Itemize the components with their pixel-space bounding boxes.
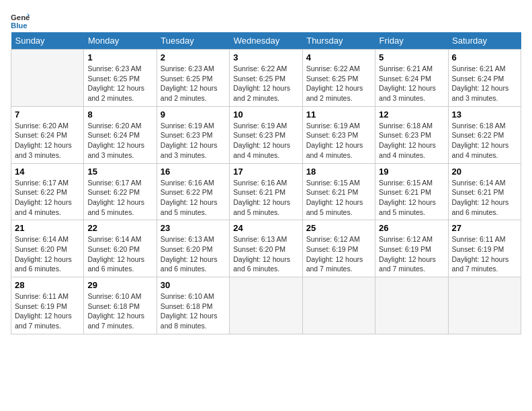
day-number: 10 <box>233 109 298 120</box>
day-info: Sunrise: 6:16 AM Sunset: 6:21 PM Dayligh… <box>233 178 298 218</box>
calendar-week-3: 14Sunrise: 6:17 AM Sunset: 6:22 PM Dayli… <box>11 163 521 220</box>
day-number: 14 <box>15 167 80 177</box>
day-header-wednesday: Wednesday <box>230 32 302 50</box>
day-info: Sunrise: 6:11 AM Sunset: 6:19 PM Dayligh… <box>452 234 517 274</box>
calendar-cell: 4Sunrise: 6:22 AM Sunset: 6:25 PM Daylig… <box>302 50 375 107</box>
day-info: Sunrise: 6:21 AM Sunset: 6:24 PM Dayligh… <box>379 64 444 103</box>
day-header-thursday: Thursday <box>302 32 375 50</box>
day-number: 29 <box>87 280 152 290</box>
day-info: Sunrise: 6:19 AM Sunset: 6:23 PM Dayligh… <box>306 121 371 161</box>
day-number: 18 <box>306 167 371 177</box>
day-info: Sunrise: 6:18 AM Sunset: 6:22 PM Dayligh… <box>452 121 517 161</box>
calendar-cell: 8Sunrise: 6:20 AM Sunset: 6:24 PM Daylig… <box>84 106 157 163</box>
day-number: 23 <box>161 223 226 233</box>
day-number: 3 <box>233 52 298 62</box>
day-number: 21 <box>15 223 80 233</box>
day-info: Sunrise: 6:18 AM Sunset: 6:23 PM Dayligh… <box>379 121 444 161</box>
day-info: Sunrise: 6:13 AM Sunset: 6:20 PM Dayligh… <box>233 234 298 274</box>
calendar-cell: 12Sunrise: 6:18 AM Sunset: 6:23 PM Dayli… <box>375 106 448 163</box>
calendar-week-1: 1Sunrise: 6:23 AM Sunset: 6:25 PM Daylig… <box>11 50 521 107</box>
calendar-cell <box>448 277 521 334</box>
day-header-saturday: Saturday <box>448 32 521 50</box>
day-number: 8 <box>87 109 152 120</box>
calendar-week-2: 7Sunrise: 6:20 AM Sunset: 6:24 PM Daylig… <box>11 106 521 163</box>
day-number: 9 <box>161 109 226 120</box>
day-info: Sunrise: 6:22 AM Sunset: 6:25 PM Dayligh… <box>306 64 371 103</box>
page-header: General Blue <box>11 11 521 30</box>
day-header-tuesday: Tuesday <box>157 32 229 50</box>
calendar-cell: 16Sunrise: 6:16 AM Sunset: 6:22 PM Dayli… <box>157 163 229 220</box>
calendar-cell: 5Sunrise: 6:21 AM Sunset: 6:24 PM Daylig… <box>375 50 448 107</box>
day-number: 28 <box>15 280 80 290</box>
svg-text:Blue: Blue <box>11 21 28 30</box>
day-info: Sunrise: 6:23 AM Sunset: 6:25 PM Dayligh… <box>161 64 226 103</box>
day-number: 17 <box>233 167 298 177</box>
day-number: 1 <box>87 52 152 62</box>
day-header-friday: Friday <box>375 32 448 50</box>
day-info: Sunrise: 6:16 AM Sunset: 6:22 PM Dayligh… <box>161 178 226 218</box>
day-info: Sunrise: 6:22 AM Sunset: 6:25 PM Dayligh… <box>233 64 298 103</box>
day-number: 13 <box>452 109 517 120</box>
calendar-cell <box>230 277 302 334</box>
day-header-monday: Monday <box>84 32 157 50</box>
calendar-cell: 23Sunrise: 6:13 AM Sunset: 6:20 PM Dayli… <box>157 220 229 277</box>
day-header-sunday: Sunday <box>11 32 84 50</box>
calendar-cell: 19Sunrise: 6:15 AM Sunset: 6:21 PM Dayli… <box>375 163 448 220</box>
day-info: Sunrise: 6:20 AM Sunset: 6:24 PM Dayligh… <box>87 121 152 161</box>
calendar-cell: 13Sunrise: 6:18 AM Sunset: 6:22 PM Dayli… <box>448 106 521 163</box>
day-info: Sunrise: 6:14 AM Sunset: 6:20 PM Dayligh… <box>87 234 152 274</box>
calendar-cell: 1Sunrise: 6:23 AM Sunset: 6:25 PM Daylig… <box>84 50 157 107</box>
calendar-cell: 14Sunrise: 6:17 AM Sunset: 6:22 PM Dayli… <box>11 163 84 220</box>
calendar-cell: 30Sunrise: 6:10 AM Sunset: 6:18 PM Dayli… <box>157 277 229 334</box>
calendar-cell: 26Sunrise: 6:12 AM Sunset: 6:19 PM Dayli… <box>375 220 448 277</box>
day-number: 7 <box>15 109 80 120</box>
calendar-cell: 7Sunrise: 6:20 AM Sunset: 6:24 PM Daylig… <box>11 106 84 163</box>
day-info: Sunrise: 6:21 AM Sunset: 6:24 PM Dayligh… <box>452 64 517 103</box>
calendar-cell: 3Sunrise: 6:22 AM Sunset: 6:25 PM Daylig… <box>230 50 302 107</box>
day-number: 5 <box>379 52 444 62</box>
svg-text:General: General <box>11 13 30 21</box>
calendar-table: SundayMondayTuesdayWednesdayThursdayFrid… <box>11 32 521 334</box>
day-number: 25 <box>306 223 371 233</box>
day-info: Sunrise: 6:23 AM Sunset: 6:25 PM Dayligh… <box>87 64 152 103</box>
day-info: Sunrise: 6:15 AM Sunset: 6:21 PM Dayligh… <box>379 178 444 218</box>
day-info: Sunrise: 6:19 AM Sunset: 6:23 PM Dayligh… <box>233 121 298 161</box>
day-info: Sunrise: 6:12 AM Sunset: 6:19 PM Dayligh… <box>306 234 371 274</box>
calendar-week-5: 28Sunrise: 6:11 AM Sunset: 6:19 PM Dayli… <box>11 277 521 334</box>
day-number: 24 <box>233 223 298 233</box>
day-info: Sunrise: 6:17 AM Sunset: 6:22 PM Dayligh… <box>15 178 80 218</box>
calendar-cell: 22Sunrise: 6:14 AM Sunset: 6:20 PM Dayli… <box>84 220 157 277</box>
day-number: 4 <box>306 52 371 62</box>
calendar-cell: 24Sunrise: 6:13 AM Sunset: 6:20 PM Dayli… <box>230 220 302 277</box>
day-number: 20 <box>452 167 517 177</box>
calendar-cell: 9Sunrise: 6:19 AM Sunset: 6:23 PM Daylig… <box>157 106 229 163</box>
day-info: Sunrise: 6:19 AM Sunset: 6:23 PM Dayligh… <box>161 121 226 161</box>
day-number: 16 <box>161 167 226 177</box>
day-info: Sunrise: 6:10 AM Sunset: 6:18 PM Dayligh… <box>87 291 152 331</box>
day-info: Sunrise: 6:10 AM Sunset: 6:18 PM Dayligh… <box>161 291 226 331</box>
calendar-cell: 28Sunrise: 6:11 AM Sunset: 6:19 PM Dayli… <box>11 277 84 334</box>
calendar-cell: 29Sunrise: 6:10 AM Sunset: 6:18 PM Dayli… <box>84 277 157 334</box>
day-info: Sunrise: 6:20 AM Sunset: 6:24 PM Dayligh… <box>15 121 80 161</box>
calendar-cell <box>11 50 84 107</box>
day-number: 15 <box>87 167 152 177</box>
day-number: 30 <box>161 280 226 290</box>
calendar-cell: 6Sunrise: 6:21 AM Sunset: 6:24 PM Daylig… <box>448 50 521 107</box>
day-number: 2 <box>161 52 226 62</box>
calendar-cell <box>302 277 375 334</box>
logo: General Blue <box>11 11 32 30</box>
calendar-cell: 27Sunrise: 6:11 AM Sunset: 6:19 PM Dayli… <box>448 220 521 277</box>
day-number: 26 <box>379 223 444 233</box>
calendar-cell: 18Sunrise: 6:15 AM Sunset: 6:21 PM Dayli… <box>302 163 375 220</box>
calendar-header-row: SundayMondayTuesdayWednesdayThursdayFrid… <box>11 32 521 50</box>
day-info: Sunrise: 6:14 AM Sunset: 6:21 PM Dayligh… <box>452 178 517 218</box>
calendar-cell: 10Sunrise: 6:19 AM Sunset: 6:23 PM Dayli… <box>230 106 302 163</box>
day-info: Sunrise: 6:14 AM Sunset: 6:20 PM Dayligh… <box>15 234 80 274</box>
day-info: Sunrise: 6:12 AM Sunset: 6:19 PM Dayligh… <box>379 234 444 274</box>
day-info: Sunrise: 6:15 AM Sunset: 6:21 PM Dayligh… <box>306 178 371 218</box>
calendar-cell: 21Sunrise: 6:14 AM Sunset: 6:20 PM Dayli… <box>11 220 84 277</box>
calendar-cell: 17Sunrise: 6:16 AM Sunset: 6:21 PM Dayli… <box>230 163 302 220</box>
calendar-cell: 15Sunrise: 6:17 AM Sunset: 6:22 PM Dayli… <box>84 163 157 220</box>
day-number: 11 <box>306 109 371 120</box>
day-info: Sunrise: 6:17 AM Sunset: 6:22 PM Dayligh… <box>87 178 152 218</box>
